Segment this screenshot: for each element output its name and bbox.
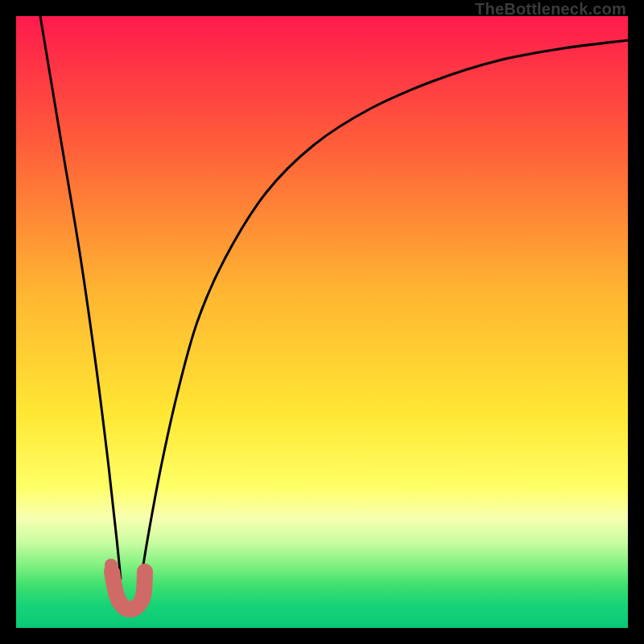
valley-dot-lower (109, 581, 122, 594)
plot-area (16, 16, 628, 628)
chart-frame: TheBottleneck.com (0, 0, 644, 644)
valley-dot-upper (105, 559, 118, 572)
chart-svg (16, 16, 628, 628)
gradient-background (16, 16, 628, 628)
